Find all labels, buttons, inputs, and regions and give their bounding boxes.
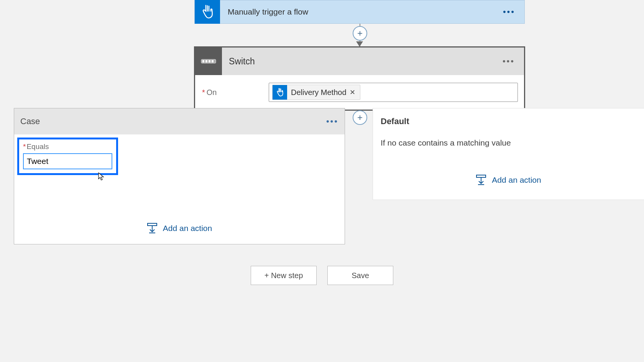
case-equals-input[interactable]	[23, 153, 112, 169]
default-add-action-label: Add an action	[492, 175, 541, 185]
default-title: Default	[381, 116, 409, 126]
add-action-icon	[476, 174, 486, 186]
switch-title: Switch	[222, 56, 503, 67]
case-card[interactable]: Case ••• *Equals Add an action	[14, 108, 345, 244]
default-description: If no case contains a matching value	[373, 134, 644, 163]
case-equals-block: *Equals	[17, 138, 118, 175]
svg-rect-3	[209, 60, 210, 62]
connector-arrowhead-icon	[356, 41, 363, 47]
trigger-title: Manually trigger a flow	[220, 7, 503, 16]
svg-rect-8	[476, 175, 486, 177]
add-action-icon	[147, 223, 158, 234]
svg-rect-1	[202, 60, 204, 62]
dynamic-token[interactable]: Delivery Method ✕	[272, 85, 360, 100]
svg-rect-5	[148, 223, 157, 226]
switch-on-label: *On	[201, 88, 269, 97]
switch-header[interactable]: Switch •••	[195, 48, 524, 75]
case-equals-label: *Equals	[23, 143, 112, 151]
trigger-card[interactable]: Manually trigger a flow •••	[194, 0, 525, 24]
switch-menu-icon[interactable]: •••	[503, 56, 524, 66]
token-remove-icon[interactable]: ✕	[350, 88, 355, 97]
trigger-menu-icon[interactable]: •••	[503, 7, 524, 17]
switch-card[interactable]: Switch ••• *On Delivery Method ✕	[194, 46, 525, 111]
token-manual-trigger-icon	[273, 85, 287, 100]
bottom-button-row: + New step Save	[0, 266, 644, 285]
add-case-plus-icon[interactable]: +	[353, 110, 367, 125]
case-menu-icon[interactable]: •••	[326, 116, 338, 126]
default-add-action-button[interactable]: Add an action	[373, 163, 644, 200]
switch-icon	[195, 48, 222, 75]
case-header[interactable]: Case •••	[14, 108, 345, 134]
default-card[interactable]: Default If no case contains a matching v…	[373, 108, 644, 200]
save-button[interactable]: Save	[327, 266, 393, 285]
token-label: Delivery Method	[291, 88, 347, 97]
new-step-button[interactable]: + New step	[251, 266, 317, 285]
add-step-plus-icon[interactable]: +	[353, 26, 367, 41]
svg-rect-2	[205, 60, 207, 62]
switch-body: *On Delivery Method ✕	[195, 75, 524, 110]
case-title: Case	[20, 116, 326, 126]
case-add-action-label: Add an action	[163, 224, 212, 233]
svg-rect-4	[212, 60, 214, 62]
default-header: Default	[373, 108, 644, 134]
case-add-action-button[interactable]: Add an action	[14, 223, 345, 244]
manual-trigger-icon	[195, 0, 220, 24]
switch-on-input[interactable]: Delivery Method ✕	[269, 83, 518, 102]
